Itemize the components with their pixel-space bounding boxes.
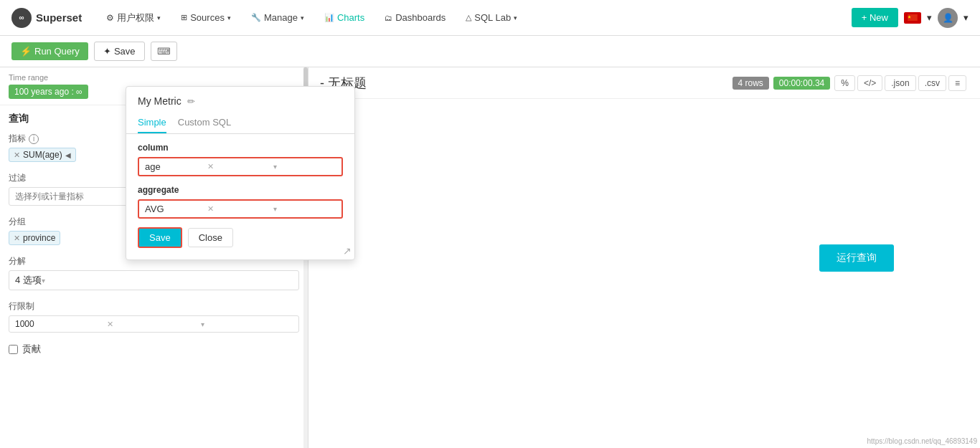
popup-resize-handle[interactable]: ↗ [343,245,352,257]
column-caret-icon: ▾ [273,163,336,171]
popup-metric-name: My Metric [138,95,182,107]
column-label: column [138,143,343,153]
popup-body: column age ✕ ▾ aggregate AVG ✕ ▾ [126,134,354,219]
main-layout: Time range 100 years ago : ∞ 查询 指标 i ✕ S… [0,67,980,448]
column-select[interactable]: age ✕ ▾ [138,157,343,176]
popup-actions: Save Close [126,227,354,248]
popup-tab-simple[interactable]: Simple [138,113,166,133]
aggregate-caret-icon: ▾ [273,205,336,213]
popup-tab-custom-sql[interactable]: Custom SQL [178,113,231,133]
popup-save-button[interactable]: Save [138,227,182,248]
tab-simple-label: Simple [138,117,166,128]
aggregate-label: aggregate [138,185,343,195]
popup-tabs: Simple Custom SQL [126,113,354,134]
column-clear-icon[interactable]: ✕ [207,162,270,171]
column-value: age [145,161,207,172]
metric-popup: My Metric ✏ Simple Custom SQL column age… [126,86,355,260]
aggregate-select[interactable]: AVG ✕ ▾ [138,199,343,219]
aggregate-clear-icon[interactable]: ✕ [207,204,270,214]
popup-header: My Metric ✏ [126,87,354,107]
popup-close-button[interactable]: Close [188,228,233,247]
tab-custom-sql-label: Custom SQL [178,117,231,128]
popup-overlay: My Metric ✏ Simple Custom SQL column age… [0,0,980,448]
aggregate-value: AVG [145,204,207,214]
popup-edit-icon[interactable]: ✏ [187,96,195,107]
